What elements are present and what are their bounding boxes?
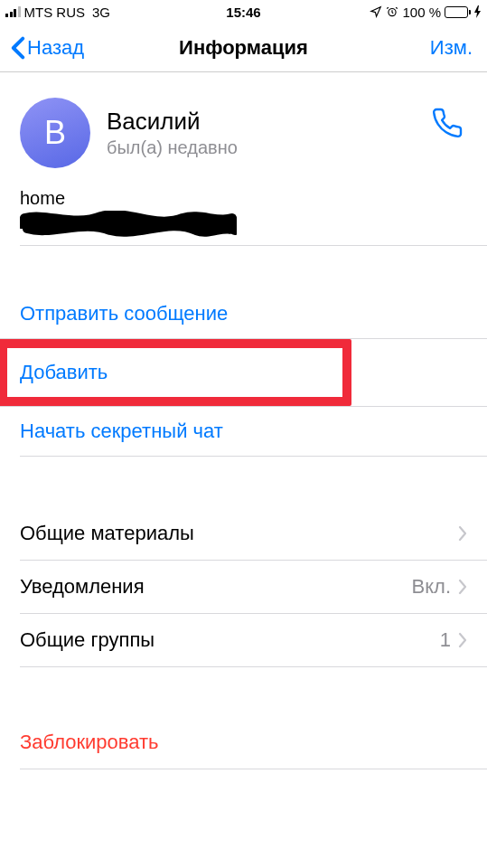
edit-button[interactable]: Изм.: [430, 36, 473, 60]
block-user-button[interactable]: Заблокировать: [0, 716, 487, 769]
highlight-annotation: Добавить: [0, 339, 351, 406]
status-time: 15:46: [226, 5, 260, 20]
status-left: MTS RUS 3G: [5, 5, 110, 20]
chevron-right-icon: [458, 632, 467, 648]
send-message-button[interactable]: Отправить сообщение: [0, 289, 487, 338]
common-groups-label: Общие группы: [20, 628, 440, 652]
avatar[interactable]: В: [20, 98, 90, 168]
status-bar: MTS RUS 3G 15:46 100 %: [0, 0, 487, 24]
alarm-icon: [386, 5, 398, 18]
notifications-value: Вкл.: [412, 575, 452, 599]
carrier-label: MTS RUS: [24, 5, 86, 20]
separator: [20, 769, 487, 769]
battery-percent: 100 %: [402, 5, 441, 20]
block-section: Заблокировать: [0, 716, 487, 769]
shared-media-row[interactable]: Общие материалы: [0, 507, 487, 560]
phone-section: home: [0, 188, 487, 245]
profile-header: В Василий был(а) недавно: [0, 72, 487, 188]
call-button[interactable]: [431, 107, 464, 143]
phone-icon: [431, 107, 464, 139]
shared-media-label: Общие материалы: [20, 522, 458, 545]
network-label: 3G: [92, 5, 110, 20]
back-label: Назад: [27, 36, 84, 60]
common-groups-row[interactable]: Общие группы 1: [0, 614, 487, 666]
avatar-initial: В: [44, 114, 66, 152]
start-secret-chat-button[interactable]: Начать секретный чат: [0, 407, 487, 456]
redaction-scribble: [20, 211, 237, 238]
chevron-right-icon: [458, 579, 467, 595]
charging-icon: [474, 5, 482, 18]
contact-name: Василий: [107, 108, 238, 136]
settings-section: Общие материалы Уведомления Вкл. Общие г…: [0, 507, 487, 667]
add-to-contacts-button[interactable]: Добавить: [7, 348, 342, 397]
signal-strength-icon: [5, 6, 21, 17]
chevron-right-icon: [458, 525, 467, 542]
contact-status: был(а) недавно: [107, 137, 238, 158]
nav-bar: Назад Информация Изм.: [0, 24, 487, 72]
phone-number-redacted[interactable]: [20, 211, 237, 238]
page-title: Информация: [179, 36, 308, 60]
notifications-row[interactable]: Уведомления Вкл.: [0, 561, 487, 613]
back-button[interactable]: Назад: [11, 36, 84, 60]
chevron-left-icon: [11, 36, 25, 60]
notifications-label: Уведомления: [20, 575, 412, 599]
common-groups-value: 1: [440, 628, 451, 652]
separator: [20, 245, 487, 246]
battery-icon: [445, 6, 471, 18]
actions-section: Отправить сообщение Добавить Начать секр…: [0, 289, 487, 457]
status-right: 100 %: [370, 5, 482, 20]
location-icon: [370, 5, 382, 18]
phone-type-label: home: [20, 188, 467, 209]
separator: [20, 666, 487, 667]
separator: [20, 456, 487, 457]
